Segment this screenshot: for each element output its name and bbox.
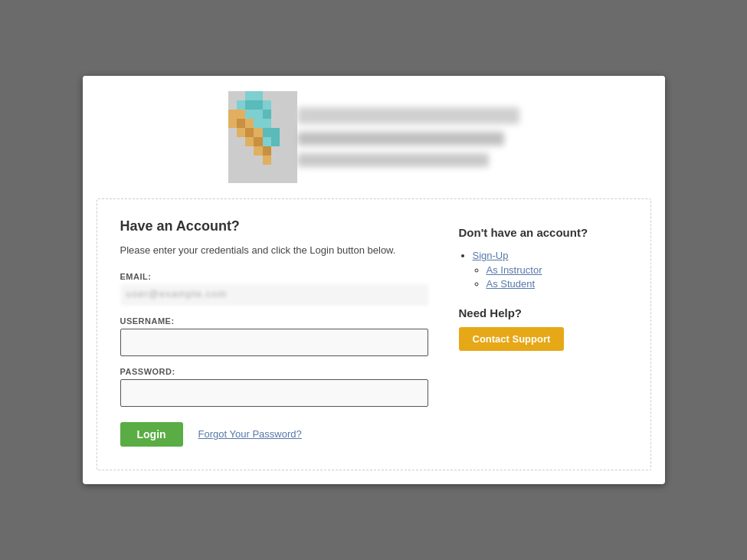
need-help-title: Need Help? [459,306,627,319]
login-title: Have an Account? [120,218,428,234]
login-row: Login Forgot Your Password? [120,422,428,447]
right-panel: Don't have an account? Sign-Up As Instru… [459,218,627,446]
email-label: EMAIL: [120,272,428,281]
forgot-password-link[interactable]: Forgot Your Password? [198,428,302,440]
as-student-item: As Student [487,278,627,290]
email-display: user@example.com [120,284,428,306]
login-button[interactable]: Login [120,422,183,447]
sub-list: As Instructor As Student [473,264,627,290]
as-instructor-item: As Instructor [487,264,627,276]
signup-item: Sign-Up As Instructor As Student [473,250,627,290]
signup-list: Sign-Up As Instructor As Student [459,250,627,290]
as-instructor-link[interactable]: As Instructor [487,264,542,276]
no-account-title: Don't have an account? [459,226,627,239]
password-label: PASSWORD: [120,367,428,376]
left-panel: Have an Account? Please enter your crede… [120,218,428,446]
logo-area [83,76,665,198]
password-input[interactable] [120,379,428,407]
username-input[interactable] [120,329,428,356]
contact-support-button[interactable]: Contact Support [459,327,565,351]
login-description: Please enter your credentials and click … [120,244,428,257]
as-student-link[interactable]: As Student [487,278,536,290]
login-container: Have an Account? Please enter your crede… [97,198,651,470]
signup-link[interactable]: Sign-Up [473,250,509,261]
main-window: Have an Account? Please enter your crede… [83,76,665,483]
logo-icon [228,91,297,183]
username-label: USERNAME: [120,316,428,326]
